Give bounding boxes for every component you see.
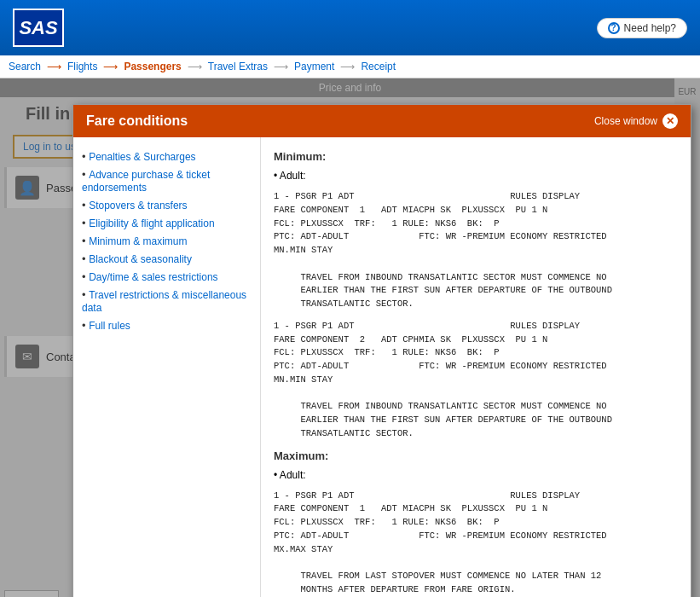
- maximum-adult-label: • Adult:: [274, 469, 678, 481]
- fare-conditions-modal: Fare conditions Close window ✕ Penalties…: [72, 104, 691, 597]
- maximum-title: Maximum:: [274, 449, 678, 462]
- nav-daytime[interactable]: Day/time & sales restrictions: [89, 271, 217, 283]
- nav-link-item: Eligibility & flight application: [82, 217, 252, 229]
- nav-travel-restrictions[interactable]: Travel restrictions & miscellaneous data: [82, 289, 246, 314]
- nav-link-item: Full rules: [82, 319, 252, 332]
- close-window-label: Close window: [594, 115, 657, 127]
- nav-travel-extras[interactable]: Travel Extras: [208, 61, 268, 72]
- modal-nav-list: Penalties & Surcharges Advance purchase …: [82, 150, 252, 332]
- nav-eligibility[interactable]: Eligibility & flight application: [89, 217, 214, 229]
- modal-title: Fare conditions: [86, 113, 188, 129]
- nav-receipt[interactable]: Receipt: [361, 61, 396, 72]
- nav-arrow-4: ⟶: [274, 61, 288, 72]
- header: SAS ? Need help?: [0, 0, 700, 55]
- nav-link-item: Stopovers & transfers: [82, 199, 252, 212]
- nav-link-item: Day/time & sales restrictions: [82, 270, 252, 283]
- minimum-title: Minimum:: [274, 150, 678, 163]
- nav-arrow-2: ⟶: [103, 61, 118, 72]
- nav-payment[interactable]: Payment: [294, 61, 334, 72]
- nav-link-item: Blackout & seasonality: [82, 252, 252, 265]
- nav-full-rules[interactable]: Full rules: [89, 320, 130, 332]
- header-right: ? Need help?: [597, 18, 687, 38]
- need-help-button[interactable]: ? Need help?: [597, 18, 687, 38]
- minimum-code-block-2: 1 - PSGR P1 ADT RULES DISPLAY FARE COMPO…: [274, 320, 678, 441]
- help-icon: ?: [608, 22, 620, 34]
- nav-minimum-maximum[interactable]: Minimum & maximum: [89, 235, 187, 247]
- nav-passengers[interactable]: Passengers: [124, 61, 181, 72]
- modal-content-area[interactable]: Minimum: • Adult: 1 - PSGR P1 ADT RULES …: [261, 137, 691, 597]
- nav-link-item: Advance purchase & ticket endorsements: [82, 168, 252, 194]
- nav-stopovers[interactable]: Stopovers & transfers: [89, 200, 187, 212]
- modal-body: Penalties & Surcharges Advance purchase …: [73, 137, 691, 597]
- nav-arrow-3: ⟶: [188, 61, 202, 72]
- nav-bar: Search ⟶ Flights ⟶ Passengers ⟶ Travel E…: [0, 55, 700, 78]
- minimum-code-block-1: 1 - PSGR P1 ADT RULES DISPLAY FARE COMPO…: [274, 190, 678, 311]
- sas-logo: SAS: [13, 9, 64, 47]
- modal-close-area[interactable]: Close window ✕: [594, 113, 678, 129]
- nav-link-item: Penalties & Surcharges: [82, 150, 252, 163]
- maximum-code-block-1: 1 - PSGR P1 ADT RULES DISPLAY FARE COMPO…: [274, 490, 678, 597]
- nav-link-item: Travel restrictions & miscellaneous data: [82, 288, 252, 314]
- nav-link-item: Minimum & maximum: [82, 235, 252, 247]
- nav-search[interactable]: Search: [9, 61, 41, 72]
- need-help-label: Need help?: [624, 22, 676, 34]
- nav-flights[interactable]: Flights: [67, 61, 97, 72]
- close-button[interactable]: ✕: [662, 113, 678, 129]
- nav-blackout[interactable]: Blackout & seasonality: [89, 253, 192, 265]
- nav-advance-purchase[interactable]: Advance purchase & ticket endorsements: [82, 169, 210, 194]
- minimum-adult-label: • Adult:: [274, 170, 678, 182]
- nav-penalties[interactable]: Penalties & Surcharges: [89, 151, 195, 163]
- nav-arrow-5: ⟶: [340, 61, 355, 72]
- nav-arrow-1: ⟶: [47, 61, 61, 72]
- page-content: Price and info Fill in Log in to use s 👤…: [0, 78, 700, 597]
- modal-nav: Penalties & Surcharges Advance purchase …: [73, 137, 261, 597]
- modal-header: Fare conditions Close window ✕: [73, 105, 691, 137]
